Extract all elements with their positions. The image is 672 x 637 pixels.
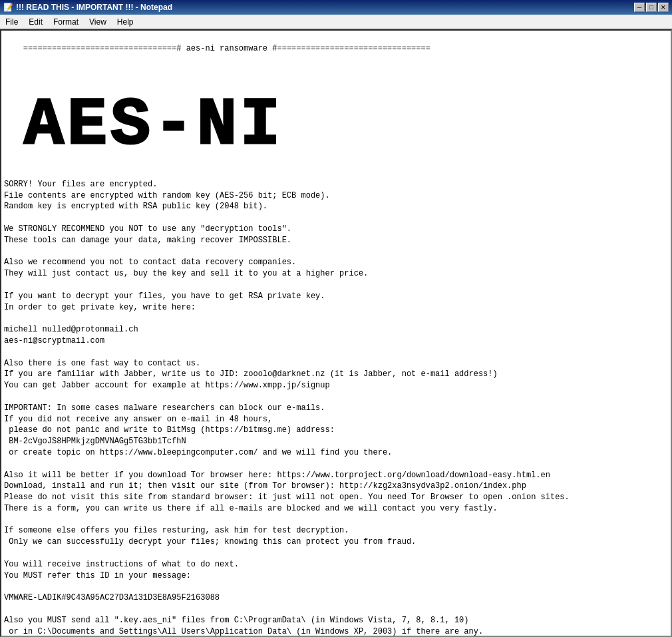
- window-controls: ─ □ ✕: [634, 3, 669, 12]
- minimize-button[interactable]: ─: [634, 3, 645, 12]
- aes-ni-logo: AES-NI: [17, 80, 337, 153]
- logo-container: AES-NI: [4, 80, 668, 153]
- menu-edit[interactable]: Edit: [23, 16, 48, 27]
- text-area[interactable]: ================================# aes-ni…: [0, 29, 672, 637]
- top-separator: ================================# aes-ni…: [23, 44, 430, 53]
- menu-view[interactable]: View: [84, 16, 112, 27]
- menu-format[interactable]: Format: [48, 16, 84, 27]
- body-text: SORRY! Your files are encrypted. File co…: [4, 180, 570, 637]
- notepad-icon: 📝: [3, 3, 13, 13]
- menu-help[interactable]: Help: [112, 16, 139, 27]
- menu-bar: File Edit Format View Help: [0, 15, 672, 29]
- window-title: !!! READ THIS - IMPORTANT !!! - Notepad: [16, 3, 172, 12]
- maximize-button[interactable]: □: [646, 3, 657, 12]
- document-text: ================================# aes-ni…: [4, 32, 668, 637]
- close-button[interactable]: ✕: [658, 3, 669, 12]
- title-bar: 📝 !!! READ THIS - IMPORTANT !!! - Notepa…: [0, 0, 672, 15]
- svg-text:AES-NI: AES-NI: [24, 88, 283, 153]
- menu-file[interactable]: File: [0, 16, 23, 27]
